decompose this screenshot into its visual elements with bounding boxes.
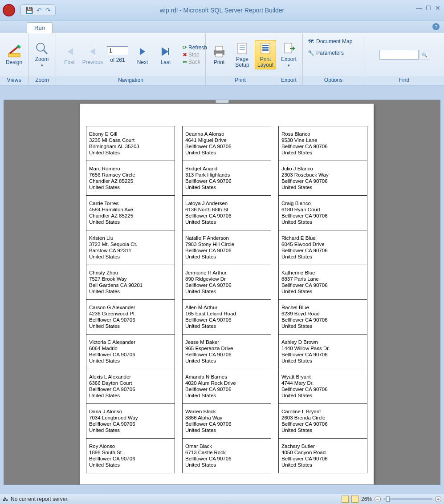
address-label: Warren Black8866 Alpha WayBellflower CA …	[183, 404, 271, 439]
zoom-icon	[35, 41, 49, 56]
status-btn-1[interactable]	[342, 496, 349, 503]
label-column: Deanna A Alonso4641 Miguel DriveBellflow…	[182, 126, 271, 473]
address-label: Jesse M Baker965 Esperanza DriveBellflow…	[183, 335, 271, 369]
address-label: Julio J Blanco2303 Rosebuck WayBellflowe…	[279, 161, 367, 196]
title-bar: 💾 ↶ ↷ wip.rdl - Microsoft SQL Server Rep…	[0, 0, 444, 20]
report-viewport[interactable]: Ebony E Gill3235 Mi Casa CourtBirmingham…	[4, 100, 440, 485]
page-number-input[interactable]	[107, 46, 128, 55]
group-label-navigation: Navigation	[56, 76, 205, 85]
first-page-button[interactable]: First	[59, 44, 80, 66]
address-label: Ross Blanco9530 Vine LaneBellflower CA 9…	[279, 126, 367, 161]
address-label: Rachel Blue6239 Boyd RoadBellflower CA 9…	[279, 300, 367, 335]
address-label: Caroline L Bryant2603 Brenda CircleBellf…	[279, 404, 367, 439]
back-icon: ⬅	[183, 59, 187, 65]
refresh-icon: ⟳	[183, 44, 187, 51]
find-button[interactable]: 🔍	[420, 50, 429, 60]
undo-icon[interactable]: ↶	[37, 7, 42, 14]
svg-rect-14	[262, 49, 269, 51]
back-button[interactable]: ⬅Back	[183, 59, 207, 65]
next-page-button[interactable]: Next	[132, 44, 153, 66]
address-label: Deanna A Alonso4641 Miguel DriveBellflow…	[183, 126, 271, 161]
address-label: Natalie F Anderson7983 Stony Hill Circle…	[183, 230, 271, 265]
svg-rect-5	[216, 46, 223, 51]
svg-rect-12	[262, 45, 269, 46]
zoom-out-button[interactable]: −	[375, 496, 381, 502]
status-btn-2[interactable]	[351, 496, 358, 503]
server-icon: 🖧	[3, 496, 9, 502]
svg-line-3	[44, 50, 47, 54]
address-label: Dana J Alonso7034 Longbrood WayBellflowe…	[86, 404, 175, 439]
address-label: Alexis L Alexander6366 Dayton CourtBellf…	[86, 369, 175, 404]
status-text: No current report server.	[11, 496, 69, 502]
svg-rect-13	[262, 47, 269, 48]
ribbon-tabs: Run ?	[0, 20, 444, 33]
address-label: Allen M Arthur165 East Leland RoadBellfl…	[183, 300, 271, 335]
tab-run[interactable]: Run	[27, 22, 53, 33]
refresh-button[interactable]: ⟳Refresh	[183, 44, 207, 51]
address-label: Ashley D Brown1440 Willow Pass Dr.Bellfl…	[279, 335, 367, 369]
group-label-views: Views	[0, 76, 28, 85]
zoom-in-button[interactable]: +	[435, 496, 441, 502]
panel-handle[interactable]	[216, 100, 229, 103]
last-page-button[interactable]: Last	[155, 44, 176, 66]
save-icon[interactable]: 💾	[25, 7, 33, 14]
svg-rect-7	[238, 43, 247, 54]
app-icon[interactable]	[3, 4, 15, 16]
minimize-button[interactable]: —	[416, 4, 422, 12]
ribbon: Design Views Zoom▾ Zoom First Previous	[0, 33, 444, 85]
address-label: Carson G Alexander4236 Greenwood Pl.Bell…	[86, 300, 175, 335]
print-layout-button[interactable]: Print Layout	[255, 40, 276, 69]
first-icon	[62, 44, 77, 59]
address-label: Amanda N Barnes4020 Alum Rock DriveBellf…	[183, 369, 271, 404]
address-label: Richard E Blue6045 Elwood DriveBellflowe…	[279, 230, 367, 265]
print-layout-icon	[258, 41, 273, 56]
stop-button[interactable]: ✖Stop	[183, 52, 207, 58]
report-page: Ebony E Gill3235 Mi Casa CourtBirmingham…	[80, 104, 374, 485]
document-map-button[interactable]: 🗺Document Map	[306, 37, 354, 46]
help-icon[interactable]: ?	[432, 23, 440, 30]
svg-rect-6	[216, 53, 223, 57]
parameters-icon: 🔧	[307, 49, 314, 56]
group-label-zoom: Zoom	[29, 76, 56, 85]
next-icon	[135, 44, 150, 59]
group-label-print: Print	[206, 76, 275, 85]
zoom-button[interactable]: Zoom▾	[31, 40, 53, 69]
window-title: wip.rdl - Microsoft SQL Server Report Bu…	[160, 7, 285, 14]
address-label: Jermaine H Arthur890 Ridgeview DrBellflo…	[183, 265, 271, 300]
document-map-icon: 🗺	[307, 38, 314, 45]
print-button[interactable]: Print	[208, 44, 230, 66]
design-button[interactable]: Design	[3, 44, 25, 66]
address-label: Latoya J Andersen6136 North 68th StBellf…	[183, 196, 271, 230]
address-label: Victoria C Alexander6064 MadridBellflowe…	[86, 335, 175, 369]
previous-page-button[interactable]: Previous	[82, 44, 103, 66]
address-label: Omar Black6713 Castle RockBellflower CA …	[183, 439, 271, 473]
find-input[interactable]	[379, 50, 419, 60]
svg-rect-0	[8, 53, 20, 57]
export-button[interactable]: Export▾	[278, 40, 300, 69]
address-label: Katherine Blue8837 Paris LaneBellflower …	[279, 265, 367, 300]
quick-access-toolbar: 💾 ↶ ↷	[20, 4, 56, 16]
address-label: Ebony E Gill3235 Mi Casa CourtBirmingham…	[86, 126, 175, 161]
address-label: Bridget Anand313 Park HighlandsBellflowe…	[183, 161, 271, 196]
group-label-options: Options	[303, 76, 364, 85]
print-icon	[212, 44, 226, 59]
last-icon	[159, 44, 173, 59]
group-label-export: Export	[275, 76, 302, 85]
group-label-find: Find	[364, 76, 444, 85]
page-setup-icon	[235, 41, 249, 56]
zoom-level: 26%	[361, 496, 372, 502]
close-button[interactable]: ✕	[435, 4, 440, 12]
address-label: Marc Romero7656 Ramsey CircleChandler AZ…	[86, 161, 175, 196]
address-label: Zachary Butler4050 Canyon RoadBellflower…	[279, 439, 367, 473]
redo-icon[interactable]: ↷	[45, 7, 51, 14]
page-setup-button[interactable]: Page Setup	[232, 40, 253, 69]
label-column: Ebony E Gill3235 Mi Casa CourtBirmingham…	[86, 126, 175, 473]
export-icon	[282, 41, 296, 56]
design-icon	[7, 44, 21, 59]
status-bar: 🖧 No current report server. 26% − +	[0, 494, 444, 504]
address-label: Roy Alonso1898 South St.Bellflower CA 90…	[86, 439, 175, 473]
parameters-button[interactable]: 🔧Parameters	[306, 48, 346, 57]
address-label: Carrie Torres4584 Hamiliton Ave.Chandler…	[86, 196, 175, 230]
zoom-slider[interactable]	[383, 498, 432, 500]
maximize-button[interactable]: ☐	[426, 4, 432, 12]
